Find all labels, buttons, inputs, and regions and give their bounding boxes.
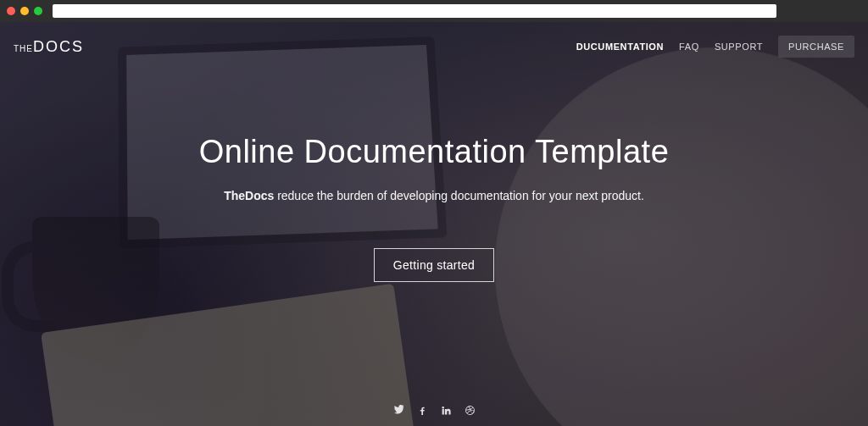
window-maximize-icon[interactable] <box>34 7 42 15</box>
nav-links: DUCUMENTATION FAQ SUPPORT PURCHASE <box>576 36 854 58</box>
logo-prefix: THE <box>14 44 33 53</box>
nav-purchase[interactable]: PURCHASE <box>778 36 854 58</box>
browser-chrome <box>0 0 868 22</box>
linkedin-icon[interactable] <box>440 404 452 416</box>
hero: Online Documentation Template TheDocs re… <box>0 22 868 426</box>
logo-name: DOCS <box>33 38 84 55</box>
hero-subtitle: TheDocs reduce the burden of developing … <box>224 189 644 202</box>
nav-documentation[interactable]: DUCUMENTATION <box>576 41 664 52</box>
top-nav: THEDOCS DUCUMENTATION FAQ SUPPORT PURCHA… <box>0 22 868 71</box>
page-viewport: THEDOCS DUCUMENTATION FAQ SUPPORT PURCHA… <box>0 22 868 426</box>
logo[interactable]: THEDOCS <box>14 38 84 56</box>
hero-title: Online Documentation Template <box>199 134 670 170</box>
social-links <box>0 404 868 416</box>
url-bar[interactable] <box>53 4 776 18</box>
twitter-icon[interactable] <box>392 404 404 416</box>
hero-subtitle-bold: TheDocs <box>224 189 274 202</box>
window-close-icon[interactable] <box>7 7 15 15</box>
facebook-icon[interactable] <box>416 404 428 416</box>
nav-support[interactable]: SUPPORT <box>715 41 763 52</box>
dribbble-icon[interactable] <box>464 404 476 416</box>
nav-faq[interactable]: FAQ <box>679 41 699 52</box>
window-minimize-icon[interactable] <box>20 7 29 15</box>
getting-started-button[interactable]: Getting started <box>374 248 494 282</box>
hero-subtitle-rest: reduce the burden of developing document… <box>274 189 644 202</box>
